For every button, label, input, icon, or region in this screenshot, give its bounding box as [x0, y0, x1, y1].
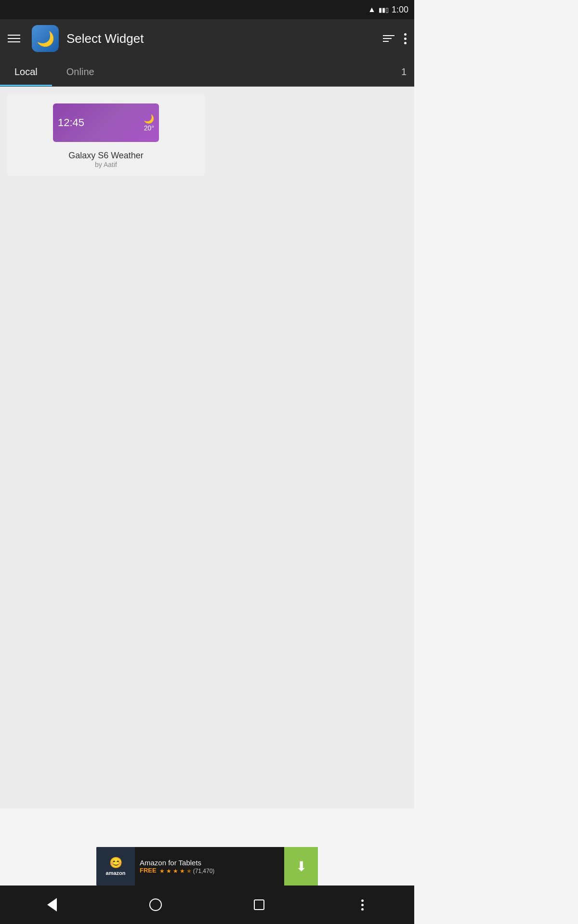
status-bar: ▲ ▮▮▯ 1:00 — [0, 0, 414, 19]
widget-grid: 12:45 🌙 20° Galaxy S6 Weather by Aatif — [0, 87, 414, 808]
ad-title: Amazon for Tablets — [140, 859, 279, 867]
app-bar: 🌙 Select Widget — [0, 19, 414, 58]
ad-banner[interactable]: 😊 amazon Amazon for Tablets FREE ★ ★ ★ ★… — [96, 847, 318, 886]
more-options-button[interactable] — [404, 33, 407, 44]
status-time: 1:00 — [392, 5, 408, 15]
sort-button[interactable] — [383, 35, 394, 42]
preview-time: 12:45 — [58, 116, 84, 129]
app-title: Select Widget — [66, 31, 383, 46]
ad-free-label: FREE — [140, 867, 157, 874]
nav-recents-button[interactable] — [245, 890, 274, 919]
home-icon — [149, 898, 162, 911]
nav-more-button[interactable] — [348, 890, 377, 919]
tab-bar: Local Online 1 — [0, 58, 414, 87]
widget-name: Galaxy S6 Weather — [68, 151, 144, 161]
app-icon-emoji: 🌙 — [37, 30, 54, 47]
nav-home-button[interactable] — [141, 890, 170, 919]
ad-download-button[interactable]: ⬇ — [284, 847, 318, 886]
download-icon: ⬇ — [296, 859, 307, 874]
ad-icon: 😊 amazon — [96, 847, 135, 886]
amazon-logo-icon: 😊 — [109, 857, 122, 869]
widget-preview: 12:45 🌙 20° — [53, 103, 159, 142]
widget-author: by Aatif — [95, 161, 117, 168]
nav-back-button[interactable] — [38, 890, 66, 919]
amazon-label: amazon — [106, 870, 126, 876]
toolbar-icons — [383, 33, 407, 44]
menu-button[interactable] — [8, 30, 25, 47]
ad-content: Amazon for Tablets FREE ★ ★ ★ ★ ★ (71,47… — [135, 855, 284, 878]
tab-local[interactable]: Local — [0, 58, 52, 86]
preview-weather: 🌙 20° — [144, 114, 154, 132]
recents-icon — [254, 899, 264, 910]
status-icons: ▲ ▮▮▯ 1:00 — [368, 5, 408, 15]
back-icon — [47, 898, 57, 911]
ad-rating: (71,470) — [193, 868, 215, 874]
battery-icon: ▮▮▯ — [379, 6, 389, 13]
preview-temp: 20° — [144, 124, 154, 132]
app-icon: 🌙 — [32, 25, 59, 52]
bottom-nav — [0, 886, 414, 924]
more-icon — [361, 899, 364, 911]
tab-online[interactable]: Online — [52, 58, 109, 86]
widget-card-galaxy-s6-weather[interactable]: 12:45 🌙 20° Galaxy S6 Weather by Aatif — [7, 94, 205, 176]
widget-count-badge: 1 — [401, 66, 414, 77]
ad-stars: ★ ★ ★ ★ ★ (71,470) — [159, 868, 215, 874]
wifi-icon: ▲ — [368, 5, 376, 14]
